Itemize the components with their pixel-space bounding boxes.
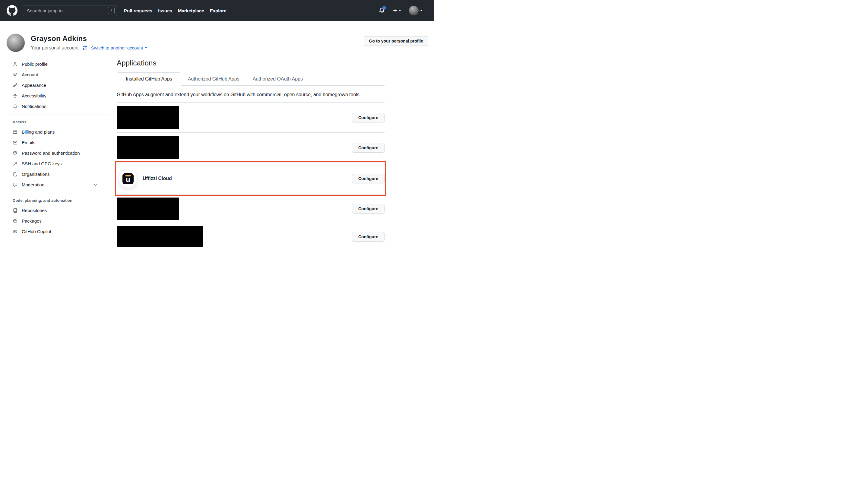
applications-panel: Applications Installed GitHub Apps Autho… (117, 59, 385, 246)
go-to-profile-button[interactable]: Go to your personal profile (364, 36, 428, 46)
tab-installed-github-apps[interactable]: Installed GitHub Apps (117, 72, 181, 86)
repo-icon (13, 208, 18, 213)
paintbrush-icon (13, 83, 18, 88)
redacted-app-info (117, 106, 179, 129)
notifications-button[interactable] (379, 7, 385, 14)
redacted-app-info (117, 226, 203, 247)
accessibility-icon (13, 94, 18, 98)
configure-button[interactable]: Configure (352, 143, 385, 153)
avatar (409, 6, 419, 15)
sidebar-item-github-copilot[interactable]: GitHub Copilot (7, 226, 109, 237)
app-row: Configure (117, 102, 385, 133)
applications-tabs: Installed GitHub Apps Authorized GitHub … (117, 72, 385, 86)
create-new-button[interactable]: + (393, 7, 401, 14)
apps-description: GitHub Apps augment and extend your work… (117, 86, 385, 102)
slash-key-hint: / (108, 7, 115, 14)
sidebar-section-access: Access (7, 118, 109, 127)
plus-icon: + (393, 7, 397, 14)
package-icon (13, 218, 18, 224)
profile-identity: Grayson Adkins Your personal account Swi… (31, 34, 147, 51)
app-row-uffizzi-cloud: u Uffizzi Cloud Configure (117, 163, 385, 194)
mail-icon (13, 140, 18, 145)
sidebar-item-appearance[interactable]: Appearance (7, 80, 109, 91)
sidebar-item-moderation[interactable]: Moderation (7, 179, 109, 190)
github-settings-page: Search or jump to... / Pull requests Iss… (0, 0, 434, 247)
uffizzi-logo-icon: u (122, 173, 134, 184)
chevron-down-icon (145, 48, 147, 49)
sidebar-item-packages[interactable]: Packages (7, 216, 109, 226)
search-placeholder: Search or jump to... (27, 8, 105, 13)
nav-marketplace[interactable]: Marketplace (178, 8, 204, 13)
tab-authorized-oauth-apps[interactable]: Authorized OAuth Apps (246, 73, 309, 86)
app-row: Configure (117, 133, 385, 163)
comment-alert-icon (13, 183, 18, 187)
redacted-app-info (117, 136, 179, 159)
switch-account-link[interactable]: Switch to another account (91, 45, 148, 50)
sidebar-item-notifications[interactable]: Notifications (7, 101, 109, 112)
sidebar-divider (7, 193, 109, 193)
person-icon (13, 62, 18, 66)
profile-name: Grayson Adkins (31, 34, 147, 43)
nav-explore[interactable]: Explore (210, 8, 227, 13)
chevron-down-icon (420, 10, 423, 11)
gear-icon (13, 72, 18, 77)
chevron-down-icon (399, 10, 401, 11)
primary-nav: Pull requests Issues Marketplace Explore (124, 8, 227, 13)
settings-sidebar: Public profile Account Appearance (7, 59, 109, 237)
configure-button[interactable]: Configure (352, 204, 385, 213)
sidebar-divider (7, 115, 109, 115)
profile-avatar[interactable] (7, 34, 25, 52)
sidebar-item-accessibility[interactable]: Accessibility (7, 91, 109, 101)
profile-subtitle: Your personal account (31, 45, 79, 51)
nav-right-cluster: + (379, 6, 423, 15)
search-input[interactable]: Search or jump to... / (23, 5, 117, 16)
configure-button[interactable]: Configure (352, 174, 385, 183)
profile-header: Grayson Adkins Your personal account Swi… (0, 21, 434, 52)
sidebar-item-billing-and-plans[interactable]: Billing and plans (7, 127, 109, 137)
arrow-switch-icon (82, 45, 88, 51)
tab-authorized-github-apps[interactable]: Authorized GitHub Apps (181, 73, 246, 86)
page-title: Applications (117, 59, 385, 67)
sidebar-item-organizations[interactable]: Organizations (7, 169, 109, 179)
sidebar-item-public-profile[interactable]: Public profile (7, 59, 109, 69)
sidebar-item-password-authentication[interactable]: Password and authentication (7, 148, 109, 158)
sidebar-item-emails[interactable]: Emails (7, 137, 109, 148)
configure-button[interactable]: Configure (352, 232, 385, 242)
bell-icon (13, 104, 18, 109)
nav-issues[interactable]: Issues (158, 8, 172, 13)
credit-card-icon (13, 130, 18, 134)
sidebar-item-ssh-gpg-keys[interactable]: SSH and GPG keys (7, 158, 109, 169)
app-avatar: u (119, 170, 137, 188)
sidebar-item-repositories[interactable]: Repositories (7, 205, 109, 216)
organization-icon (13, 172, 18, 177)
sidebar-section-code-planning-automation: Code, planning, and automation (7, 196, 109, 205)
unread-notification-dot (382, 6, 386, 10)
configure-button[interactable]: Configure (352, 113, 385, 122)
shield-lock-icon (13, 151, 18, 156)
top-navigation-bar: Search or jump to... / Pull requests Iss… (0, 0, 434, 21)
app-row: Configure (117, 194, 385, 223)
sidebar-item-account[interactable]: Account (7, 69, 109, 80)
key-icon (13, 162, 18, 166)
redacted-app-info (117, 197, 179, 220)
chevron-down-icon[interactable] (94, 183, 98, 187)
copilot-icon (13, 229, 18, 234)
github-logo-icon[interactable] (7, 5, 18, 16)
app-name[interactable]: Uffizzi Cloud (143, 176, 172, 181)
nav-pull-requests[interactable]: Pull requests (124, 8, 152, 13)
app-row: Configure (117, 223, 385, 246)
user-menu-button[interactable] (409, 6, 423, 15)
